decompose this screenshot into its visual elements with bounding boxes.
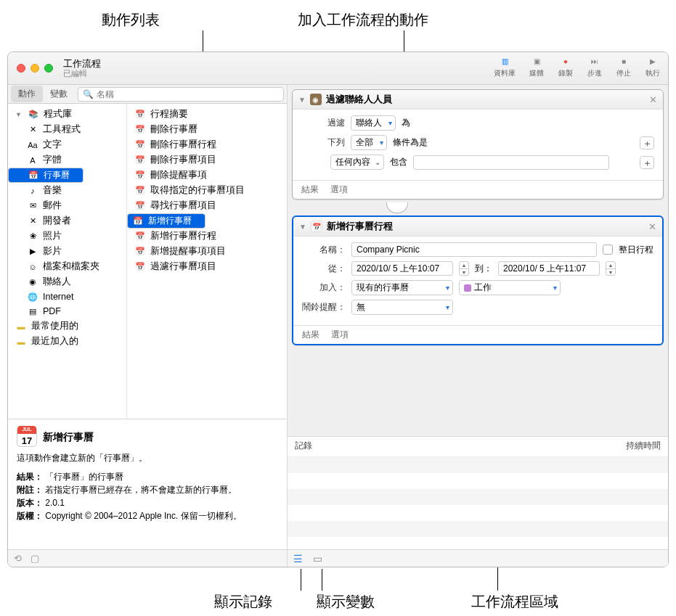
results-tab[interactable]: 結果 xyxy=(302,329,319,341)
library-item-label: 音樂 xyxy=(43,184,62,197)
action-list-item[interactable]: 📅行程摘要 xyxy=(127,107,287,122)
calendar-select[interactable]: 工作 xyxy=(459,280,561,295)
add-condition-button[interactable]: ＋ xyxy=(640,156,654,169)
to-stepper[interactable]: ▲▼ xyxy=(606,261,616,276)
toolbar-stop[interactable]: ■停止 xyxy=(616,55,632,78)
disclosure-icon[interactable]: ▼ xyxy=(298,96,306,104)
library-item[interactable]: ▬最常使用的 xyxy=(8,319,126,334)
automator-window: 工作流程 已編輯 ▥資料庫 ▣媒體 ●錄製 ⏭步進 ■停止 ▶執行 動作 變數 … xyxy=(7,52,669,567)
action-list-item[interactable]: 📅新增提醒事項項目 xyxy=(127,244,287,259)
to-date-input[interactable] xyxy=(498,261,600,276)
library-item[interactable]: ♪音樂 xyxy=(8,183,126,198)
toolbar-run[interactable]: ▶執行 xyxy=(645,55,661,78)
segment-variables[interactable]: 變數 xyxy=(43,86,75,102)
calendar-icon: 📅 xyxy=(134,200,146,212)
library-item-icon: Aa xyxy=(27,139,38,151)
toolbar: ▥資料庫 ▣媒體 ●錄製 ⏭步進 ■停止 ▶執行 xyxy=(494,55,661,78)
history-back-icon[interactable]: ⟲ xyxy=(14,553,22,564)
close-button[interactable] xyxy=(17,64,25,73)
toolbar-media[interactable]: ▣媒體 xyxy=(529,55,545,78)
search-field[interactable]: 🔍 xyxy=(78,87,284,102)
action-list[interactable]: 📅行程摘要📅刪除行事曆📅刪除行事曆行程📅刪除行事曆項目📅刪除提醒事項📅取得指定的… xyxy=(127,104,287,419)
action-list-item[interactable]: 📅過濾行事曆項目 xyxy=(127,259,287,274)
action-list-label: 刪除行事曆項目 xyxy=(150,154,216,166)
action-list-item[interactable]: 📅刪除行事曆行程 xyxy=(127,137,287,152)
calendar-icon: 📅 xyxy=(134,170,146,181)
action-list-item[interactable]: 📅新增行事曆行程 xyxy=(127,229,287,244)
workflow-action-new-event[interactable]: ▼ 📅 新增行事曆行程 ✕ 名稱： 整日行程 從： xyxy=(292,215,664,345)
action-list-item[interactable]: 📅刪除提醒事項 xyxy=(127,168,287,183)
contacts-icon: ◉ xyxy=(310,94,322,105)
calendar-icon: 📅 xyxy=(134,109,146,120)
library-item[interactable]: ✕工具程式 xyxy=(8,122,126,137)
library-item[interactable]: ▼📚程式庫 xyxy=(8,107,126,122)
from-date-input[interactable] xyxy=(351,261,453,276)
action-list-item[interactable]: 📅刪除行事曆項目 xyxy=(127,152,287,168)
workflow-area[interactable]: ▼ ◉ 過濾聯絡人人員 ✕ 過濾 聯絡人 為 下列 全部 xyxy=(288,85,668,436)
library-item-icon: ✕ xyxy=(27,215,38,227)
action-list-item[interactable]: 📅刪除行事曆 xyxy=(127,122,287,137)
toolbar-library[interactable]: ▥資料庫 xyxy=(494,55,516,78)
options-tab[interactable]: 選項 xyxy=(331,329,349,341)
alarm-select[interactable]: 無 xyxy=(351,300,453,315)
addto-select[interactable]: 現有的行事曆 xyxy=(351,280,453,295)
close-icon[interactable]: ✕ xyxy=(648,221,656,232)
segment-actions[interactable]: 動作 xyxy=(11,86,43,102)
desc-title: 新增行事曆 xyxy=(43,430,94,445)
show-variables-icon[interactable]: ▭ xyxy=(313,553,322,564)
action-list-item[interactable]: 📅尋找行事曆項目 xyxy=(127,198,287,213)
action-description: JUL17 新增行事曆 這項動作會建立新的「行事曆」。 結果： 「行事曆」的行事… xyxy=(8,419,287,549)
toolbar-step[interactable]: ⏭步進 xyxy=(587,55,603,78)
library-tree[interactable]: ▼📚程式庫✕工具程式Aa文字A字體📅行事曆♪音樂✉郵件✕開發者❀照片▶影片☺檔案… xyxy=(8,104,127,419)
action-list-item[interactable]: 📅新增行事曆 xyxy=(127,213,205,229)
window-subtitle: 已編輯 xyxy=(63,69,101,78)
callout-added-actions: 加入工作流程的動作 xyxy=(298,10,428,30)
action-list-label: 新增行事曆 xyxy=(148,215,192,227)
library-item[interactable]: ❀照片 xyxy=(8,229,126,244)
library-item[interactable]: 🌐Internet xyxy=(8,289,126,304)
library-item[interactable]: ▤PDF xyxy=(8,304,126,319)
log-row xyxy=(288,537,668,549)
options-tab[interactable]: 選項 xyxy=(330,184,348,196)
library-item[interactable]: ✕開發者 xyxy=(8,213,126,229)
minimize-button[interactable] xyxy=(30,64,39,73)
library-item[interactable]: ▬最近加入的 xyxy=(8,334,126,349)
field-select[interactable]: 任何內容 xyxy=(330,155,384,170)
library-item-label: 工具程式 xyxy=(43,123,81,136)
condition-value-input[interactable] xyxy=(413,155,609,170)
workflow-action-filter-contacts[interactable]: ▼ ◉ 過濾聯絡人人員 ✕ 過濾 聯絡人 為 下列 全部 xyxy=(292,89,664,200)
event-name-input[interactable] xyxy=(351,242,597,257)
library-item[interactable]: Aa文字 xyxy=(8,137,126,152)
match-select[interactable]: 全部 xyxy=(351,135,387,150)
library-item[interactable]: A字體 xyxy=(8,152,126,168)
callout-action-list: 動作列表 xyxy=(102,10,160,30)
library-item[interactable]: 📅行事曆 xyxy=(8,168,84,183)
results-tab[interactable]: 結果 xyxy=(301,184,319,196)
toolbar-record[interactable]: ●錄製 xyxy=(558,55,574,78)
filter-select[interactable]: 聯絡人 xyxy=(351,115,396,131)
library-item[interactable]: ◉聯絡人 xyxy=(8,274,126,289)
zoom-button[interactable] xyxy=(44,64,53,73)
calendar-icon: 📅 xyxy=(134,231,146,242)
library-item-icon: 📅 xyxy=(28,170,39,181)
action-list-item[interactable]: 📅取得指定的行事曆項目 xyxy=(127,183,287,198)
callout-line xyxy=(322,569,322,591)
library-item-icon: ✕ xyxy=(27,124,38,136)
toggle-description-icon[interactable]: ▢ xyxy=(30,553,39,564)
log-row xyxy=(288,521,668,537)
add-condition-button[interactable]: ＋ xyxy=(640,136,654,149)
from-stepper[interactable]: ▲▼ xyxy=(459,261,469,276)
search-input[interactable] xyxy=(97,89,279,99)
show-log-icon[interactable]: ☰ xyxy=(293,553,303,564)
allday-checkbox[interactable] xyxy=(603,245,613,255)
calendar-icon: 📅 xyxy=(134,139,146,151)
library-item[interactable]: ✉郵件 xyxy=(8,198,126,213)
library-item-label: 開發者 xyxy=(43,215,71,227)
action-list-label: 新增提醒事項項目 xyxy=(150,245,226,258)
library-item[interactable]: ▶影片 xyxy=(8,244,126,259)
log-panel: 記錄 持續時間 ☰ ▭ xyxy=(288,436,668,567)
callout-workflow-area: 工作流程區域 xyxy=(471,592,558,612)
library-item[interactable]: ☺檔案和檔案夾 xyxy=(8,259,126,274)
disclosure-icon[interactable]: ▼ xyxy=(299,223,306,231)
close-icon[interactable]: ✕ xyxy=(649,94,657,105)
